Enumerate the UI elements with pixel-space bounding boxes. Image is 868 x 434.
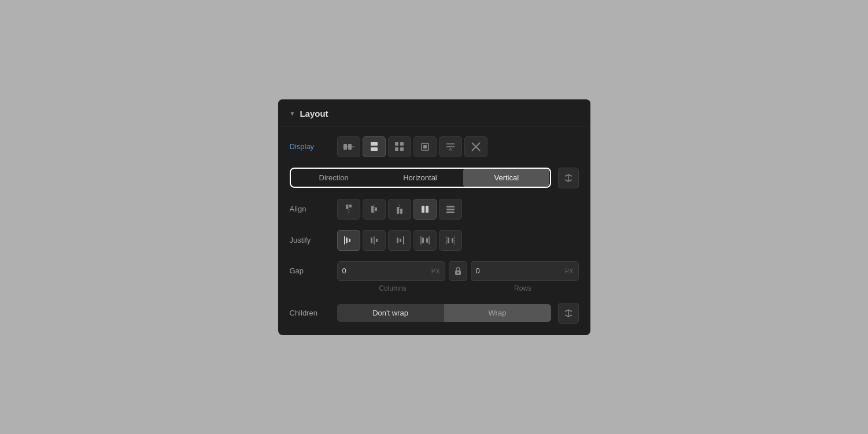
rows-label: Rows [467,284,579,292]
svg-rect-10 [423,145,427,149]
svg-rect-46 [448,238,449,243]
children-row: Children Don't wrap Wrap [290,303,579,324]
gap-columns-wrap: PX [337,261,445,281]
gap-group: PX PX [337,261,579,281]
children-reverse-btn[interactable] [558,303,579,324]
svg-rect-21 [371,206,374,213]
svg-rect-35 [371,238,372,243]
gap-rows-unit: PX [565,268,574,275]
svg-rect-39 [400,239,401,242]
columns-label: Columns [337,284,449,292]
display-btn-group: A [337,136,579,157]
svg-rect-19 [349,205,352,207]
direction-label-btn[interactable]: Direction [291,169,377,187]
svg-rect-42 [422,238,424,243]
children-btn-group: Don't wrap Wrap [337,304,551,322]
align-between-btn[interactable] [413,199,437,220]
svg-rect-43 [426,238,428,243]
svg-rect-3 [371,142,378,146]
panel-title: Layout [300,109,328,118]
align-row: Align [290,199,579,220]
gap-label: Gap [290,266,330,275]
svg-rect-27 [426,206,429,213]
align-bottom-btn[interactable] [388,199,411,220]
svg-rect-32 [346,238,348,243]
svg-rect-38 [397,238,398,243]
svg-point-49 [457,272,459,273]
svg-rect-33 [349,239,350,242]
align-center-btn[interactable] [363,199,386,220]
justify-row: Justify [290,230,579,251]
align-stretch-btn[interactable] [439,199,462,220]
direction-group: Direction Horizontal Vertical [290,168,551,188]
gap-row: Gap PX PX [290,261,579,281]
svg-rect-5 [395,142,398,146]
layout-panel: ▼ Layout Display [278,99,590,335]
svg-rect-30 [446,212,455,213]
display-row: Display [290,136,579,157]
align-label: Align [290,205,330,213]
display-label: Display [290,142,330,151]
panel-header: ▼ Layout [278,99,590,127]
gap-columns-input[interactable] [342,266,429,275]
svg-rect-28 [446,206,455,207]
svg-rect-4 [371,147,378,151]
display-flex-row-btn[interactable] [337,136,360,157]
collapse-icon[interactable]: ▼ [290,110,296,117]
svg-rect-36 [376,239,378,242]
justify-end-btn[interactable] [388,230,411,251]
svg-rect-25 [400,209,402,214]
svg-rect-8 [400,147,404,151]
gap-lock-btn[interactable] [449,261,467,281]
gap-columns-unit: PX [431,268,440,275]
svg-rect-26 [422,206,424,213]
direction-horizontal-btn[interactable]: Horizontal [377,169,463,187]
justify-center-btn[interactable] [363,230,386,251]
justify-between-btn[interactable] [413,230,437,251]
col-row-labels-row: Columns Rows [290,284,579,292]
direction-row: Direction Horizontal Vertical [290,168,579,188]
children-label: Children [290,309,330,317]
wrap-btn[interactable]: Wrap [444,304,551,322]
display-grid-btn[interactable] [388,136,411,157]
svg-text:A: A [449,147,452,152]
direction-btn-group: Direction Horizontal Vertical [290,168,551,188]
display-inline-btn[interactable]: A [439,136,462,157]
display-block-btn[interactable] [413,136,437,157]
no-wrap-btn[interactable]: Don't wrap [337,304,444,322]
gap-rows-input[interactable] [476,266,563,275]
panel-body: Display [278,127,590,335]
align-top-btn[interactable] [337,199,360,220]
justify-btn-group [337,230,579,251]
svg-rect-7 [395,147,398,151]
svg-rect-6 [400,142,404,146]
display-none-btn[interactable] [464,136,487,157]
svg-rect-18 [346,205,348,209]
direction-reverse-btn[interactable] [558,168,579,188]
direction-vertical-btn[interactable]: Vertical [463,169,549,187]
align-btn-group [337,199,579,220]
justify-label: Justify [290,236,330,244]
svg-rect-29 [446,209,455,210]
svg-rect-47 [452,238,453,243]
svg-rect-22 [375,207,377,211]
gap-rows-wrap: PX [471,261,579,281]
justify-around-btn[interactable] [439,230,462,251]
display-flex-col-btn[interactable] [363,136,386,157]
svg-rect-24 [397,207,399,214]
justify-start-btn[interactable] [337,230,360,251]
